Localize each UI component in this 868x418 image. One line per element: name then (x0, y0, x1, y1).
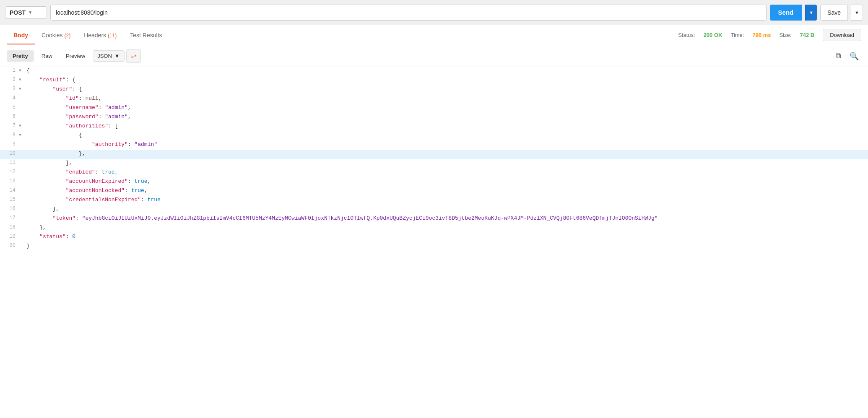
code-line: 4 "id": null, (0, 95, 868, 104)
fold-button (19, 224, 25, 225)
main-content: Body Cookies (2) Headers (11) Test Resul… (0, 25, 868, 418)
fold-button (19, 197, 25, 197)
send-dropdown-button[interactable]: ▼ (805, 5, 817, 21)
code-line: 13 "accountNonExpired": true, (0, 178, 868, 187)
line-number: 14 (0, 187, 19, 193)
method-chevron-icon: ▼ (28, 10, 32, 15)
line-number: 13 (0, 178, 19, 184)
fold-button (19, 114, 25, 114)
code-line: 15 "credentialsNonExpired": true (0, 196, 868, 205)
code-line: 9 "authority": "admin" (0, 141, 868, 150)
fold-button[interactable]: ▼ (19, 132, 25, 138)
fold-button (19, 95, 25, 96)
time-label: Time: (730, 32, 744, 38)
line-content: "authorities": [ (25, 123, 868, 129)
code-line: 20} (0, 242, 868, 252)
code-line: 12 "enabled": true, (0, 169, 868, 178)
line-content: { (25, 132, 868, 138)
tab-headers[interactable]: Headers (11) (77, 26, 123, 44)
line-number: 11 (0, 160, 19, 166)
line-number: 2 (0, 77, 19, 83)
line-content: "username": "admin", (25, 104, 868, 111)
line-number: 8 (0, 132, 19, 138)
line-number: 16 (0, 206, 19, 212)
line-number: 1 (0, 68, 19, 73)
download-button[interactable]: Download (823, 29, 861, 41)
code-line: 14 "accountNonLocked": true, (0, 187, 868, 196)
raw-button[interactable]: Raw (36, 50, 58, 62)
method-select[interactable]: POST ▼ (5, 6, 47, 19)
toolbar-right: ⧉ 🔍 (833, 49, 861, 63)
send-button[interactable]: Send (770, 5, 802, 21)
format-label: JSON (97, 53, 112, 59)
fold-button (19, 187, 25, 188)
code-line: 8▼ { (0, 132, 868, 141)
line-content: } (25, 243, 868, 249)
line-number: 10 (0, 151, 19, 156)
size-value: 742 B (800, 32, 814, 38)
code-line: 3▼ "user": { (0, 86, 868, 95)
code-line: 5 "username": "admin", (0, 104, 868, 113)
line-number: 15 (0, 197, 19, 203)
line-number: 4 (0, 95, 19, 101)
format-chevron-icon: ▼ (114, 53, 120, 59)
line-number: 12 (0, 169, 19, 175)
line-number: 17 (0, 215, 19, 221)
line-number: 20 (0, 243, 19, 249)
response-tabs: Body Cookies (2) Headers (11) Test Resul… (0, 25, 868, 45)
fold-button[interactable]: ▼ (19, 123, 25, 128)
tab-body[interactable]: Body (7, 26, 35, 44)
fold-button (19, 141, 25, 142)
fold-button (19, 151, 25, 151)
tab-test-results[interactable]: Test Results (123, 26, 169, 44)
code-line: 18 }, (0, 224, 868, 233)
fold-button (19, 169, 25, 170)
wrap-button[interactable]: ⇌ (126, 49, 141, 63)
copy-icon[interactable]: ⧉ (833, 49, 844, 63)
line-content: "enabled": true, (25, 169, 868, 175)
preview-button[interactable]: Preview (60, 50, 91, 62)
format-toolbar: Pretty Raw Preview JSON ▼ ⇌ ⧉ 🔍 (0, 45, 868, 67)
line-number: 7 (0, 123, 19, 129)
fold-button[interactable]: ▼ (19, 68, 25, 73)
pretty-button[interactable]: Pretty (7, 50, 34, 62)
line-number: 3 (0, 86, 19, 92)
line-content: "authority": "admin" (25, 141, 868, 148)
code-line: 19 "status": 0 (0, 233, 868, 242)
fold-button (19, 234, 25, 234)
code-line: 11 ], (0, 159, 868, 169)
url-input[interactable] (50, 5, 767, 21)
save-button[interactable]: Save (820, 5, 848, 21)
code-line: 2▼ "result": { (0, 76, 868, 86)
time-value: 796 ms (752, 32, 771, 38)
save-dropdown-button[interactable]: ▼ (851, 5, 863, 21)
line-content: ], (25, 160, 868, 166)
code-line: 1▼{ (0, 67, 868, 76)
format-select[interactable]: JSON ▼ (93, 50, 125, 62)
code-area[interactable]: 1▼{2▼ "result": {3▼ "user": {4 "id": nul… (0, 67, 868, 418)
line-number: 19 (0, 234, 19, 239)
line-content: }, (25, 206, 868, 212)
fold-button (19, 160, 25, 161)
line-content: }, (25, 151, 868, 157)
line-content: "token": "eyJhbGciOiJIUzUxMiJ9.eyJzdWIiO… (25, 215, 868, 221)
top-bar: POST ▼ Send ▼ Save ▼ (0, 0, 868, 25)
code-line: 6 "password": "admin", (0, 113, 868, 122)
line-content: "accountNonExpired": true, (25, 178, 868, 184)
status-label: Status: (678, 32, 695, 38)
fold-button[interactable]: ▼ (19, 86, 25, 91)
tab-cookies[interactable]: Cookies (2) (35, 26, 77, 44)
fold-button (19, 104, 25, 105)
code-line: 16 }, (0, 205, 868, 215)
line-content: "result": { (25, 77, 868, 83)
fold-button (19, 206, 25, 207)
fold-button[interactable]: ▼ (19, 77, 25, 82)
line-content: "password": "admin", (25, 114, 868, 120)
search-icon[interactable]: 🔍 (847, 49, 861, 63)
line-number: 6 (0, 114, 19, 119)
code-line: 17 "token": "eyJhbGciOiJIUzUxMiJ9.eyJzdW… (0, 215, 868, 224)
line-content: "status": 0 (25, 234, 868, 240)
line-content: "accountNonLocked": true, (25, 187, 868, 194)
line-content: "credentialsNonExpired": true (25, 197, 868, 203)
line-number: 5 (0, 104, 19, 110)
